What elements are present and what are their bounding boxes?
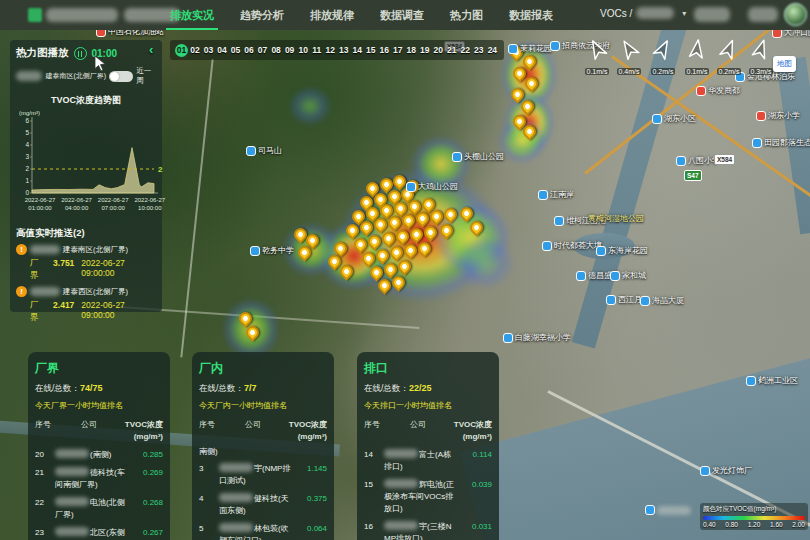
nav-item-5[interactable]: 数据报表 [507, 1, 555, 30]
hour-03[interactable]: 03 [202, 44, 215, 57]
vocs-selector[interactable]: VOCs / ▾ [600, 7, 686, 19]
hour-12[interactable]: 12 [324, 44, 337, 57]
svg-text:2: 2 [25, 165, 29, 172]
map-poi-label: 西江月 [606, 294, 642, 305]
hour-17[interactable]: 17 [391, 44, 404, 57]
nav-item-4[interactable]: 热力图 [448, 1, 485, 30]
top-navigation-bar: 排放实况趋势分析排放规律数据调查热力图数据报表 VOCs / ▾ [0, 0, 810, 30]
nav-item-3[interactable]: 数据调查 [378, 1, 426, 30]
map-poi-icon [406, 182, 416, 192]
nav-item-1[interactable]: 趋势分析 [238, 1, 286, 30]
rank-panel-厂内[interactable]: 厂内 在线/总数：7/7 今天厂内一小时均值排名 序号公司 TVOC浓度(mg/… [192, 352, 334, 540]
table-row[interactable]: 21 德科技(车间南侧厂界) 0.269 [35, 467, 163, 491]
hour-10[interactable]: 10 [297, 44, 310, 57]
hour-16[interactable]: 16 [378, 44, 391, 57]
map-toggle-map[interactable]: 地图 [773, 56, 796, 72]
user-control-redacted[interactable] [694, 7, 730, 22]
hour-18[interactable]: 18 [405, 44, 418, 57]
map-poi-label: 湖东小学 [756, 110, 800, 121]
warning-icon: ! [16, 286, 27, 297]
wind-indicator-0: 0.1m/s [580, 38, 614, 78]
hour-22[interactable]: 22 [459, 44, 472, 57]
map-poi-label: 大鸡山公园 [406, 181, 458, 192]
hour-05[interactable]: 05 [229, 44, 242, 57]
avatar[interactable] [784, 3, 807, 26]
table-row[interactable]: 5 林包装(吹塑车间门口) 0.064 [199, 523, 327, 540]
legend-tick: 2.00 [792, 521, 805, 528]
wind-arrow-icon [747, 35, 775, 63]
table-row[interactable]: 23 北区(东侧厂界) 0.267 [35, 527, 163, 540]
hour-20[interactable]: 20 [432, 44, 445, 57]
svg-text:2022-06-27: 2022-06-27 [61, 197, 92, 203]
company-redacted [384, 479, 418, 488]
table-row[interactable]: 14 富士(A栋排口) 0.114 [364, 449, 492, 473]
hour-11[interactable]: 11 [310, 44, 323, 57]
wind-indicator-3: 0.1m/s [680, 38, 714, 78]
monitor-pin-marker[interactable] [457, 204, 475, 222]
pause-button[interactable] [74, 47, 87, 60]
row-company: 北区(东侧厂界) [55, 527, 127, 540]
monitor-pin-marker[interactable] [441, 205, 459, 223]
hour-24[interactable]: 24 [486, 44, 499, 57]
table-row[interactable]: 22 电池(北侧厂界) 0.268 [35, 497, 163, 521]
svg-text:07:00:00: 07:00:00 [102, 205, 126, 211]
map-poi-label: 湖东小区 [652, 113, 696, 124]
rank-panel-排口[interactable]: 排口 在线/总数：22/25 今天排口一小时均值排名 序号公司 TVOC浓度(m… [357, 352, 499, 540]
row-seq: 14 [364, 449, 384, 473]
row-seq: 16 [364, 521, 384, 540]
panel-collapse-chevron-icon[interactable]: ‹ [149, 42, 153, 57]
map-poi-icon [250, 246, 260, 256]
push-value: 3.751 [53, 258, 74, 282]
hour-23[interactable]: 23 [472, 44, 485, 57]
hour-02[interactable]: 02 [189, 44, 202, 57]
map-poi-label: 发光灯饰厂 [700, 465, 752, 476]
map-poi-label: 头棚山公园 [452, 151, 504, 162]
push-type: 厂界 [30, 300, 46, 324]
hour-14[interactable]: 14 [351, 44, 364, 57]
station-redacted [16, 71, 42, 81]
chart-title: TVOC浓度趋势图 [16, 94, 156, 107]
hour-09[interactable]: 09 [283, 44, 296, 57]
monitor-pin-marker[interactable] [467, 218, 485, 236]
push-value: 2.417 [53, 300, 74, 324]
row-overflow-text: 南侧) [199, 446, 327, 457]
range-toggle[interactable] [109, 71, 133, 82]
nav-item-2[interactable]: 排放规律 [308, 1, 356, 30]
hour-01[interactable]: 01 [175, 44, 188, 57]
table-header: 序号公司 TVOC浓度(mg/m³) [364, 419, 492, 443]
table-row[interactable]: 3 宇(NMP排口测试) 1.145 [199, 463, 327, 487]
route-badge: X584 [714, 154, 735, 165]
rank-panel-厂界[interactable]: 厂界 在线/总数：74/75 今天厂界一小时均值排名 序号公司 TVOC浓度(m… [28, 352, 170, 540]
monitor-pin-marker[interactable] [437, 221, 455, 239]
legend-poi [645, 505, 691, 515]
heatmap-playback-panel: 热力图播放 01:00 建泰南区(北侧厂界) 近一周 TVOC浓度趋势图 (mg… [10, 40, 162, 312]
hour-19[interactable]: 19 [418, 44, 431, 57]
push-item[interactable]: ! 建泰南区(北侧厂界) 厂界 3.751 2022-06-27 09:00:0… [16, 244, 156, 282]
svg-text:4: 4 [25, 141, 29, 148]
hour-04[interactable]: 04 [216, 44, 229, 57]
table-row[interactable]: 20 (南侧) 0.285 [35, 449, 163, 461]
online-count: 在线/总数：7/7 [199, 383, 327, 395]
table-row[interactable]: 4 健科技(天面东侧) 0.375 [199, 493, 327, 517]
svg-text:0: 0 [25, 189, 29, 196]
user-control-redacted[interactable] [748, 7, 778, 22]
map-poi-icon [538, 190, 548, 200]
hour-08[interactable]: 08 [270, 44, 283, 57]
hour-15[interactable]: 15 [364, 44, 377, 57]
wind-arrow-icon [715, 35, 744, 64]
row-value: 0.267 [127, 527, 163, 540]
hour-21[interactable]: 21 [445, 44, 458, 57]
push-item[interactable]: ! 建泰西区(北侧厂界) 厂界 2.417 2022-06-27 09:00:0… [16, 286, 156, 324]
table-row[interactable]: 15 辉电池(正极涂布车间VOCs排放口) 0.039 [364, 479, 492, 515]
hour-07[interactable]: 07 [256, 44, 269, 57]
table-row[interactable]: 16 宇(三楼NMP排放口) 0.031 [364, 521, 492, 540]
hour-13[interactable]: 13 [337, 44, 350, 57]
row-company: 健科技(天面东侧) [219, 493, 291, 517]
nav-item-0[interactable]: 排放实况 [168, 1, 216, 30]
map-poi-label: 时代都荟大境 [542, 240, 602, 251]
hour-06[interactable]: 06 [243, 44, 256, 57]
route-badge: S47 [684, 170, 702, 181]
hour-timeline: 0102030405060708091011121314151617181920… [170, 40, 504, 60]
company-redacted [219, 523, 253, 532]
row-value: 0.285 [127, 449, 163, 461]
